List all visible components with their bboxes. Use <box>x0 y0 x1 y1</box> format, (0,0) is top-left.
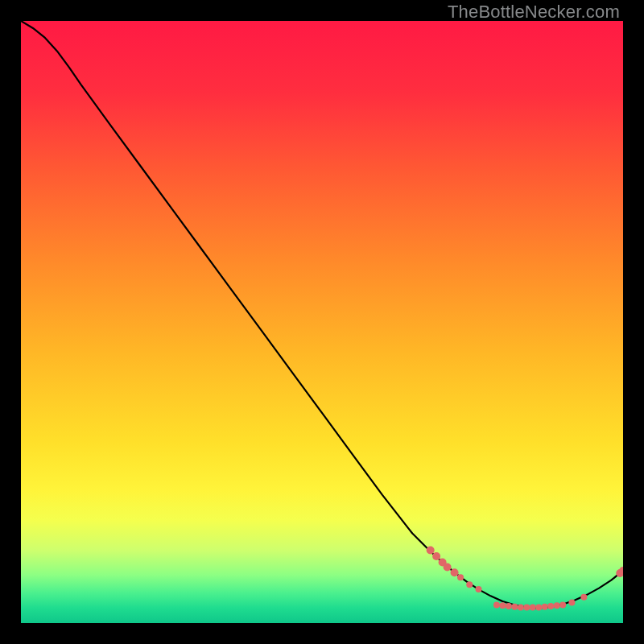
data-marker <box>530 605 536 611</box>
bottleneck-plot <box>21 21 623 623</box>
data-marker <box>518 605 524 611</box>
watermark-text: TheBottleNecker.com <box>448 2 620 23</box>
data-marker <box>523 605 530 611</box>
data-marker <box>427 546 435 554</box>
data-marker <box>451 568 459 576</box>
data-marker <box>511 604 518 610</box>
data-marker <box>559 602 566 609</box>
data-marker <box>466 581 473 588</box>
data-marker <box>535 605 542 611</box>
data-marker <box>542 604 548 610</box>
data-marker <box>457 574 464 580</box>
data-marker <box>432 552 440 560</box>
data-marker <box>554 602 560 609</box>
data-marker <box>547 603 554 609</box>
data-marker <box>499 602 506 609</box>
data-marker <box>475 586 481 592</box>
chart-frame <box>21 21 623 623</box>
data-marker <box>493 602 500 609</box>
data-marker <box>580 594 587 601</box>
gradient-background <box>21 21 623 623</box>
data-marker <box>506 603 512 609</box>
data-marker <box>568 600 575 606</box>
data-marker <box>444 563 452 571</box>
